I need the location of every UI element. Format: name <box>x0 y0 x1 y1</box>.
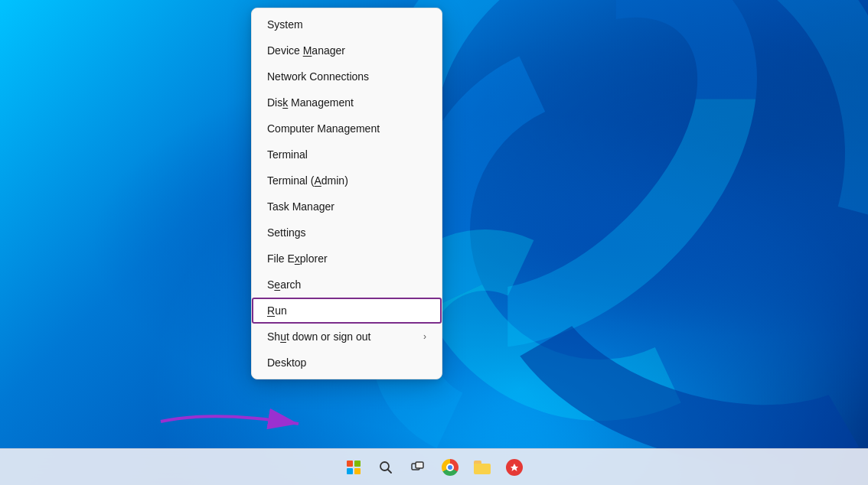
menu-item-task-manager-label: Task Manager <box>267 200 334 213</box>
taskview-button[interactable] <box>403 452 433 483</box>
menu-item-system-label: System <box>267 18 303 31</box>
menu-item-search-label: Search <box>267 278 301 291</box>
svg-rect-4 <box>416 462 423 468</box>
windows-logo-icon <box>347 461 361 474</box>
folder-body <box>474 464 491 474</box>
menu-item-desktop-label: Desktop <box>267 356 306 369</box>
win-logo-q1 <box>347 461 353 467</box>
red-app-icon <box>506 459 523 476</box>
menu-item-search[interactable]: Search <box>252 272 442 298</box>
win-logo-q3 <box>347 468 353 474</box>
file-explorer-button[interactable] <box>467 452 498 483</box>
menu-item-network-connections-label: Network Connections <box>267 70 369 83</box>
menu-item-file-explorer-label: File Explorer <box>267 252 328 265</box>
chrome-icon <box>442 459 458 476</box>
chevron-right-icon: › <box>423 331 426 342</box>
menu-item-task-manager[interactable]: Task Manager <box>252 194 442 220</box>
context-menu: System Device Manager Network Connection… <box>251 8 442 379</box>
menu-item-terminal-admin[interactable]: Terminal (Admin) <box>252 168 442 194</box>
menu-item-system[interactable]: System <box>252 11 442 37</box>
search-icon <box>379 461 393 474</box>
taskview-icon <box>411 461 425 474</box>
desktop: System Device Manager Network Connection… <box>0 0 868 485</box>
menu-item-terminal-admin-label: Terminal (Admin) <box>267 174 348 187</box>
menu-item-device-manager-label: Device Manager <box>267 44 345 57</box>
search-button[interactable] <box>370 452 401 483</box>
menu-item-run[interactable]: Run <box>252 298 442 324</box>
menu-item-device-manager[interactable]: Device Manager <box>252 37 442 63</box>
arrow-svg <box>153 402 321 441</box>
taskbar-icon-group <box>338 452 530 483</box>
menu-item-shutdown[interactable]: Shut down or sign out › <box>252 324 442 350</box>
menu-item-settings-label: Settings <box>267 226 306 239</box>
menu-item-shutdown-label: Shut down or sign out <box>267 330 370 343</box>
app-button[interactable] <box>499 452 530 483</box>
menu-item-computer-management-label: Computer Management <box>267 122 380 135</box>
start-button[interactable] <box>338 452 369 483</box>
menu-item-computer-management[interactable]: Computer Management <box>252 116 442 142</box>
menu-item-file-explorer[interactable]: File Explorer <box>252 246 442 272</box>
app-icon-svg <box>509 462 520 473</box>
folder-icon <box>474 461 491 474</box>
menu-item-settings[interactable]: Settings <box>252 220 442 246</box>
taskbar <box>0 448 868 485</box>
menu-item-terminal-label: Terminal <box>267 148 308 161</box>
win-logo-q2 <box>354 461 361 467</box>
menu-item-run-label: Run <box>267 304 287 317</box>
chrome-inner <box>446 464 454 471</box>
menu-item-network-connections[interactable]: Network Connections <box>252 63 442 90</box>
menu-item-desktop[interactable]: Desktop <box>252 350 442 376</box>
svg-line-2 <box>388 469 392 473</box>
chrome-button[interactable] <box>435 452 465 483</box>
menu-item-disk-management-label: Disk Management <box>267 96 354 109</box>
menu-item-disk-management[interactable]: Disk Management <box>252 90 442 116</box>
win-logo-q4 <box>354 468 361 474</box>
menu-item-terminal[interactable]: Terminal <box>252 142 442 168</box>
arrow-annotation <box>153 402 321 444</box>
